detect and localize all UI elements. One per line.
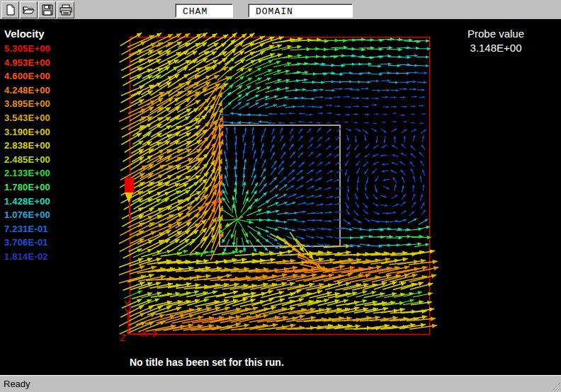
legend-title: Velocity: [4, 28, 45, 40]
probe-marker-body: [125, 178, 134, 192]
toolbar: [0, 0, 561, 20]
velocity-legend: 5.305E+004.953E+004.600E+004.248E+003.89…: [4, 42, 50, 264]
legend-entry: 5.305E+00: [4, 42, 50, 56]
probe-label: Probe value: [452, 28, 540, 40]
legend-entry: 7.231E-01: [4, 222, 50, 236]
open-button[interactable]: [20, 1, 38, 18]
legend-entry: 3.895E+00: [4, 97, 50, 111]
legend-entry: 3.543E+00: [4, 111, 50, 125]
probe-readout: Probe value 3.148E+00: [452, 28, 540, 54]
legend-entry: 1.428E+00: [4, 195, 50, 209]
open-folder-icon: [23, 4, 35, 16]
cham-field[interactable]: [175, 4, 233, 18]
legend-entry: 2.133E+00: [4, 166, 50, 180]
legend-entry: 1.076E+00: [4, 208, 50, 222]
legend-entry: 4.600E+00: [4, 69, 50, 83]
axis-triad: Y X Z: [118, 297, 163, 342]
status-text: Ready: [4, 379, 30, 389]
run-title-note: No title has been set for this run.: [130, 357, 284, 368]
printer-icon: [60, 4, 72, 16]
legend-entry: 1.814E-02: [4, 250, 50, 264]
probe-marker[interactable]: [125, 178, 134, 238]
print-button[interactable]: [57, 1, 74, 18]
legend-entry: 1.780E+00: [4, 180, 50, 195]
viewer-client-area: Velocity 5.305E+004.953E+004.600E+004.24…: [0, 20, 561, 375]
save-button[interactable]: [38, 1, 56, 18]
status-bar: Ready: [0, 375, 561, 392]
axis-z-label: Z: [120, 333, 127, 342]
probe-marker-stem: [129, 202, 130, 219]
legend-entry: 3.190E+00: [4, 125, 50, 139]
legend-entry: 4.953E+00: [4, 56, 50, 70]
new-document-icon: [5, 4, 16, 16]
axis-x-label: X: [141, 328, 148, 339]
vector-plot-canvas[interactable]: [119, 27, 455, 345]
probe-value: 3.148E+00: [452, 42, 540, 54]
legend-entry: 3.706E-01: [4, 236, 50, 250]
save-floppy-icon: [42, 4, 53, 16]
resize-grip-icon[interactable]: [551, 382, 560, 391]
legend-entry: 2.838E+00: [4, 139, 50, 153]
axis-y-label: Y: [124, 299, 130, 309]
domain-field[interactable]: [248, 4, 353, 18]
legend-entry: 2.485E+00: [4, 153, 50, 167]
legend-entry: 4.248E+00: [4, 83, 50, 98]
new-button[interactable]: [1, 1, 19, 18]
